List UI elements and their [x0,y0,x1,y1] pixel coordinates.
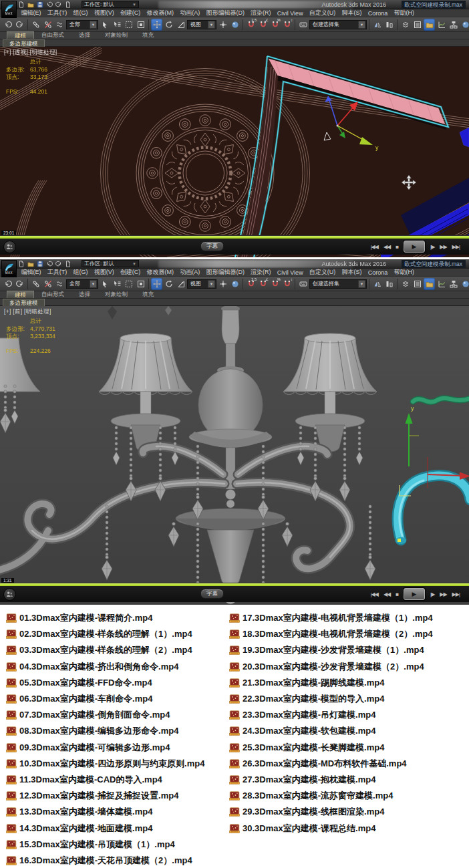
polygon-modeling-panel-tab[interactable]: 多边形建模 [3,299,45,306]
new-scene-icon[interactable] [18,261,25,267]
angle-snap-toggle-icon[interactable]: ∠ [257,278,269,290]
ribbon-tab[interactable]: 选择 [71,291,98,298]
spinner-snap-toggle-icon[interactable]: ↕ [281,278,293,290]
selection-region-icon[interactable] [123,278,134,290]
file-list-item[interactable]: 27.3Dmax室内建模-抱枕建模.mp4 [229,772,433,788]
select-and-manipulate-icon[interactable] [229,19,241,31]
graphite-ribbon-icon[interactable] [412,278,423,290]
menu-item[interactable]: 帮助(H) [391,268,418,277]
percent-snap-toggle-icon[interactable]: % [269,19,281,31]
curve-editor-icon[interactable] [436,19,447,31]
use-pivot-point-icon[interactable] [217,19,228,31]
file-name[interactable]: 29.3Dmax室内建模-线框图渲染.mp4 [243,806,384,818]
use-pivot-point-icon[interactable] [217,278,228,290]
file-list-item[interactable]: 26.3Dmax室内建模-MD布料软件基础.mp4 [229,756,433,772]
file-list-item[interactable]: 06.3Dmax室内建模-车削命令.mp4 [6,691,204,707]
project-folder-icon[interactable] [65,261,71,267]
file-name[interactable]: 09.3Dmax室内建模-可编辑多边形.mp4 [19,742,170,754]
file-name[interactable]: 10.3Dmax室内建模-四边形原则与约束原则.mp4 [19,758,204,770]
menu-item[interactable]: 视图(V) [91,268,117,277]
perspective-viewport[interactable]: y [+] [透视] [明暗处理] 总计 多边形:63,766 顶点:33,17… [0,47,469,257]
selection-filter-dropdown[interactable]: 全部▼ [66,20,98,29]
project-folder-icon[interactable] [65,1,71,8]
file-name[interactable]: 11.3Dmax室内建模-CAD的导入.mp4 [19,774,162,786]
open-file-icon[interactable] [27,1,34,8]
ribbon-tab[interactable]: 填充 [135,31,161,39]
named-selection-sets-dropdown[interactable]: 创建选择集▼ [309,20,367,29]
file-list-item[interactable]: 11.3Dmax室内建模-CAD的导入.mp4 [6,772,204,788]
file-name[interactable]: 23.3Dmax室内建模-吊灯建模.mp4 [243,709,375,721]
align-icon[interactable] [383,278,395,290]
file-name[interactable]: 12.3Dmax室内建模-捕捉及捕捉设置.mp4 [19,790,178,802]
viewport-label[interactable]: [+] [透视] [明暗处理] [4,49,57,57]
next-button[interactable]: ▶▶| [452,244,460,250]
file-name[interactable]: 22.3Dmax室内建模-模型的导入.mp4 [243,693,384,705]
menu-item[interactable]: Corona [365,269,391,276]
frame-step-button[interactable]: |▶ [430,244,434,250]
scene-explorer-icon[interactable] [424,19,435,31]
previous-button[interactable]: |◀◀ [371,591,378,597]
file-list-item[interactable]: 17.3Dmax室内建模-电视机背景墙建模（1）.mp4 [229,610,433,626]
menu-item[interactable]: 视图(V) [91,9,117,17]
previous-button[interactable]: |◀◀ [371,244,378,250]
menu-item[interactable]: 动画(A) [177,9,203,17]
menu-item[interactable]: Civil View [274,10,306,17]
file-list-item[interactable]: 14.3Dmax室内建模-地面建模.mp4 [6,820,204,836]
next-button[interactable]: ▶▶| [452,591,460,597]
file-list-item[interactable]: 10.3Dmax室内建模-四边形原则与约束原则.mp4 [6,756,204,772]
front-viewport[interactable]: y x [+] [前] [明暗处理] 总计 多边形:4,770,731 顶点:3… [0,306,469,605]
fast-forward-button[interactable]: ▶▶ [440,591,446,597]
ribbon-tab[interactable]: 选择 [71,31,98,39]
play-button[interactable]: ▶ [404,241,425,253]
layer-manager-icon[interactable] [400,19,411,31]
selection-region-icon[interactable] [123,19,134,31]
layer-manager-icon[interactable] [400,278,411,290]
redo-icon[interactable] [14,19,25,31]
select-and-rotate-icon[interactable] [163,19,174,31]
menu-item[interactable]: 组(G) [70,9,91,17]
graphite-ribbon-icon[interactable] [412,19,423,31]
menu-item[interactable]: 脚本(S) [339,268,365,277]
file-name[interactable]: 13.3Dmax室内建模-墙体建模.mp4 [19,806,152,818]
file-list-item[interactable]: 18.3Dmax室内建模-电视机背景墙建模（2）.mp4 [229,626,433,642]
file-list-item[interactable]: 15.3Dmax室内建模-吊顶建模（1）.mp4 [6,837,204,853]
stop-button[interactable]: ■ [396,591,398,597]
schematic-view-icon[interactable] [448,278,459,290]
file-list-item[interactable]: 19.3Dmax室内建模-沙发背景墙建模（1）.mp4 [229,642,433,658]
file-name[interactable]: 15.3Dmax室内建模-吊顶建模（1）.mp4 [19,839,175,851]
named-selection-sets-dropdown[interactable]: 创建选择集▼ [309,279,367,289]
edit-named-selection-sets-icon[interactable] [297,278,309,290]
select-object-icon[interactable] [99,19,110,31]
play-button[interactable]: ▶ [404,588,425,600]
menu-item[interactable]: 编辑(E) [18,268,44,277]
player-logo-icon[interactable] [3,588,16,601]
menu-item[interactable]: 自定义(U) [306,9,339,17]
menu-item[interactable]: Corona [365,10,391,17]
mirror-icon[interactable] [371,278,383,290]
file-list-item[interactable]: 13.3Dmax室内建模-墙体建模.mp4 [6,804,204,820]
menu-item[interactable]: 修改器(M) [144,9,177,17]
angle-snap-toggle-icon[interactable]: ∠ [257,19,269,31]
file-list-item[interactable]: 12.3Dmax室内建模-捕捉及捕捉设置.mp4 [6,788,204,804]
undo-icon[interactable] [2,19,13,31]
subtitle-button[interactable]: 字幕 [200,241,224,251]
file-list-item[interactable]: 01.3Dmax室内建模-课程简介.mp4 [6,610,204,626]
ribbon-tab[interactable]: 对象绘制 [98,31,135,39]
menu-item[interactable]: 创建(C) [117,9,144,17]
select-object-icon[interactable] [99,278,110,290]
file-list-item[interactable]: 30.3Dmax室内建模-课程总结.mp4 [229,820,433,836]
file-name[interactable]: 16.3Dmax室内建模-天花吊顶建模（2）.mp4 [19,855,192,867]
save-file-icon[interactable] [37,1,43,8]
file-list-item[interactable]: 22.3Dmax室内建模-模型的导入.mp4 [229,691,433,707]
menu-item[interactable]: 渲染(R) [248,9,275,17]
file-list-item[interactable]: 21.3Dmax室内建模-踢脚线建模.mp4 [229,675,433,691]
mirror-icon[interactable] [371,19,383,31]
file-name[interactable]: 17.3Dmax室内建模-电视机背景墙建模（1）.mp4 [243,612,433,624]
spinner-snap-toggle-icon[interactable]: ↕ [281,19,293,31]
3dsmax-logo[interactable]: MAX [1,1,17,18]
file-list-item[interactable]: 23.3Dmax室内建模-吊灯建模.mp4 [229,707,433,723]
file-list-item[interactable]: 09.3Dmax室内建模-可编辑多边形.mp4 [6,740,204,756]
menu-item[interactable]: 图形编辑器(D) [203,9,248,17]
file-list-item[interactable]: 03.3Dmax室内建模-样条线的理解（2）.mp4 [6,642,204,658]
reference-coordinate-dropdown[interactable]: 视图▼ [187,20,216,29]
